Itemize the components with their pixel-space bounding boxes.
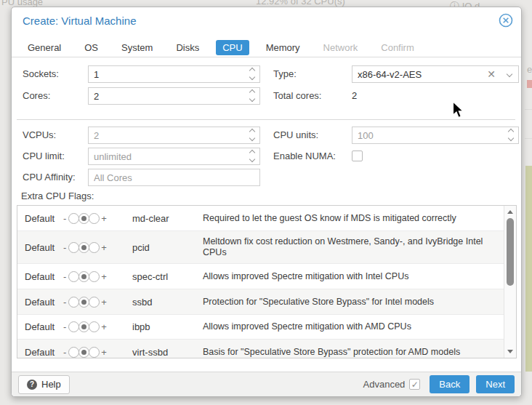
cpu-flag-row: Default - + ibpb Allows improved Spectre… bbox=[17, 315, 504, 340]
spinner-down-icon[interactable] bbox=[249, 74, 255, 80]
dialog-title: Create: Virtual Machine bbox=[23, 15, 136, 27]
cpu-flag-row: Default - + virt-ssbd Basis for "Specula… bbox=[17, 340, 504, 358]
total-cores-value: 2 bbox=[352, 87, 357, 105]
cpu-affinity-label: CPU Affinity: bbox=[23, 169, 76, 186]
flag-tristate-slider[interactable]: - + bbox=[63, 271, 132, 282]
flag-on-radio[interactable] bbox=[89, 321, 100, 332]
sockets-spinner[interactable] bbox=[245, 66, 259, 82]
spinner-up-icon[interactable] bbox=[249, 89, 255, 95]
type-label: Type: bbox=[273, 65, 297, 83]
cores-field[interactable]: 2 bbox=[88, 87, 260, 105]
flag-tristate-slider[interactable]: - + bbox=[63, 297, 132, 308]
cpu-limit-label: CPU limit: bbox=[23, 148, 65, 165]
flag-default-radio[interactable] bbox=[78, 271, 89, 282]
tab-system[interactable]: System bbox=[115, 40, 159, 55]
dropdown-icon[interactable] bbox=[501, 66, 518, 82]
cpu-type-combo[interactable]: x86-64-v2-AES ✕ bbox=[352, 65, 519, 83]
flag-description: Meltdown fix cost reduction on Westmere,… bbox=[203, 236, 504, 258]
tab-confirm: Confirm bbox=[374, 40, 421, 55]
flag-name: virt-ssbd bbox=[132, 347, 203, 358]
vcpus-label: VCPUs: bbox=[23, 127, 56, 144]
flag-name: pcid bbox=[132, 242, 203, 253]
tab-general[interactable]: General bbox=[21, 40, 68, 55]
flag-on-radio[interactable] bbox=[89, 347, 100, 358]
dialog-titlebar: Create: Virtual Machine bbox=[12, 7, 521, 33]
flag-tristate-slider[interactable]: - + bbox=[63, 242, 132, 253]
flag-off-radio[interactable] bbox=[68, 213, 79, 224]
total-cores-label: Total cores: bbox=[273, 87, 321, 105]
spinner-up-icon[interactable] bbox=[249, 68, 255, 73]
flag-default-radio[interactable] bbox=[78, 321, 89, 332]
tab-memory[interactable]: Memory bbox=[259, 40, 307, 55]
scrollbar-thumb[interactable] bbox=[507, 218, 514, 286]
background-red-fragment bbox=[527, 80, 532, 88]
flag-description: Basis for "Speculative Store Bypass" pro… bbox=[203, 347, 504, 358]
cpu-limit-field[interactable]: unlimited bbox=[88, 148, 260, 165]
tab-cpu[interactable]: CPU bbox=[216, 40, 249, 55]
cpu-limit-spinner[interactable] bbox=[245, 148, 259, 164]
flag-tristate-slider[interactable]: - + bbox=[63, 321, 132, 332]
sockets-field[interactable]: 1 bbox=[88, 65, 260, 83]
vcpus-spinner[interactable] bbox=[245, 127, 259, 143]
flag-description: Allows improved Spectre mitigation with … bbox=[203, 271, 504, 282]
cpu-units-spinner[interactable] bbox=[504, 127, 518, 143]
extra-cpu-flags-label: Extra CPU Flags: bbox=[21, 191, 94, 201]
flag-off-radio[interactable] bbox=[68, 321, 79, 332]
flag-default-radio[interactable] bbox=[78, 347, 89, 358]
flag-description: Allows improved Spectre mitigation with … bbox=[203, 321, 504, 332]
panel-divider bbox=[12, 57, 521, 57]
flag-off-radio[interactable] bbox=[68, 242, 79, 253]
wizard-tabs: General OS System Disks CPU Memory Netwo… bbox=[21, 39, 512, 56]
flag-on-radio[interactable] bbox=[89, 297, 100, 308]
flag-default-radio[interactable] bbox=[78, 242, 89, 253]
advanced-checkbox[interactable]: ✓ bbox=[409, 379, 420, 390]
clear-icon[interactable]: ✕ bbox=[482, 68, 501, 80]
close-icon[interactable] bbox=[499, 13, 513, 28]
tab-os[interactable]: OS bbox=[78, 40, 105, 55]
dialog-footer: ? Help Advanced ✓ Back Next bbox=[12, 372, 521, 396]
flag-tristate-slider[interactable]: - + bbox=[63, 213, 132, 224]
flag-tristate-slider[interactable]: - + bbox=[63, 347, 132, 358]
flag-off-radio[interactable] bbox=[68, 271, 79, 282]
sockets-label: Sockets: bbox=[23, 65, 59, 83]
back-button[interactable]: Back bbox=[430, 375, 469, 393]
flag-off-radio[interactable] bbox=[68, 347, 79, 358]
cpu-flags-grid: Default - + md-clear Required to let the… bbox=[17, 205, 517, 358]
flag-name: ibpb bbox=[132, 321, 203, 332]
tab-disks[interactable]: Disks bbox=[169, 40, 206, 55]
cpu-units-label: CPU units: bbox=[273, 127, 318, 144]
flag-on-radio[interactable] bbox=[89, 213, 100, 224]
flags-scrollbar[interactable] bbox=[504, 206, 516, 358]
enable-numa-checkbox[interactable] bbox=[352, 151, 363, 161]
flag-default-radio[interactable] bbox=[78, 297, 89, 308]
tab-network: Network bbox=[317, 40, 365, 55]
section-divider bbox=[17, 119, 515, 120]
cpu-flag-row: Default - + ssbd Protection for "Specula… bbox=[17, 289, 504, 315]
cores-spinner[interactable] bbox=[245, 88, 259, 104]
cpu-affinity-field[interactable]: All Cores bbox=[88, 169, 260, 186]
background-chart-strip bbox=[525, 166, 532, 372]
background-cpu-usage-value: 12.92% of 32 CPU(s) bbox=[256, 0, 345, 7]
cpu-flag-row: Default - + md-clear Required to let the… bbox=[17, 206, 504, 231]
scroll-down-icon[interactable] bbox=[507, 350, 513, 353]
next-button[interactable]: Next bbox=[476, 375, 515, 393]
flag-on-radio[interactable] bbox=[89, 271, 100, 282]
flag-description: Required to let the guest OS know if MDS… bbox=[203, 213, 504, 224]
flag-name: ssbd bbox=[132, 297, 203, 308]
flag-default-radio[interactable] bbox=[78, 213, 89, 224]
vcpus-field[interactable]: 2 bbox=[88, 127, 260, 144]
advanced-label: Advanced bbox=[363, 379, 406, 390]
spinner-down-icon[interactable] bbox=[249, 96, 255, 102]
flag-description: Protection for "Speculative Store Bypass… bbox=[203, 297, 504, 308]
scroll-up-icon[interactable] bbox=[507, 210, 513, 214]
flag-on-radio[interactable] bbox=[89, 242, 100, 253]
flag-name: md-clear bbox=[132, 213, 203, 224]
cpu-units-field[interactable]: 100 bbox=[352, 127, 519, 144]
help-icon: ? bbox=[27, 380, 37, 390]
cpu-flag-row: Default - + pcid Meltdown fix cost reduc… bbox=[17, 231, 504, 264]
flag-off-radio[interactable] bbox=[68, 297, 79, 308]
help-button[interactable]: ? Help bbox=[18, 375, 70, 394]
cores-label: Cores: bbox=[23, 87, 50, 105]
background-edge-text: e bbox=[527, 64, 532, 75]
flag-name: spec-ctrl bbox=[132, 271, 203, 282]
